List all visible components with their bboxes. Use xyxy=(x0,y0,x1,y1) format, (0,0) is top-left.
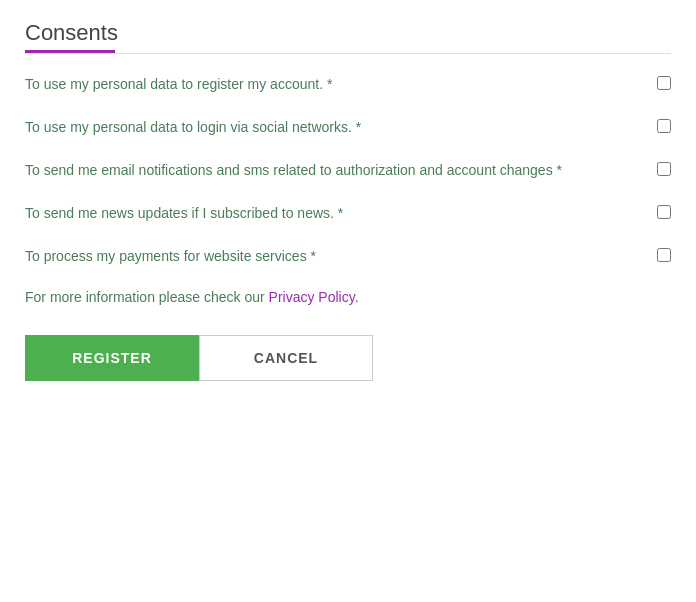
consent-checkbox-4[interactable] xyxy=(657,205,671,219)
consent-item-3: To send me email notifications and sms r… xyxy=(25,160,671,181)
privacy-section: For more information please check our Pr… xyxy=(25,289,671,305)
consent-text-3: To send me email notifications and sms r… xyxy=(25,160,643,181)
consent-text-2: To use my personal data to login via soc… xyxy=(25,117,643,138)
consent-checkbox-3[interactable] xyxy=(657,162,671,176)
consent-item-5: To process my payments for website servi… xyxy=(25,246,671,267)
consent-item-2: To use my personal data to login via soc… xyxy=(25,117,671,138)
cancel-button[interactable]: CANCEL xyxy=(199,335,373,381)
consent-text-5: To process my payments for website servi… xyxy=(25,246,643,267)
privacy-text-after: . xyxy=(355,289,359,305)
consent-checkbox-5[interactable] xyxy=(657,248,671,262)
consent-text-4: To send me news updates if I subscribed … xyxy=(25,203,643,224)
buttons-row: REGISTER CANCEL xyxy=(25,335,671,381)
privacy-text-before: For more information please check our xyxy=(25,289,269,305)
consent-checkbox-2[interactable] xyxy=(657,119,671,133)
title-divider xyxy=(25,53,671,54)
consent-item-1: To use my personal data to register my a… xyxy=(25,74,671,95)
consent-item-4: To send me news updates if I subscribed … xyxy=(25,203,671,224)
register-button[interactable]: REGISTER xyxy=(25,335,199,381)
consent-checkbox-1[interactable] xyxy=(657,76,671,90)
consent-text-1: To use my personal data to register my a… xyxy=(25,74,643,95)
privacy-policy-link[interactable]: Privacy Policy xyxy=(269,289,355,305)
consent-list: To use my personal data to register my a… xyxy=(25,74,671,267)
page-title: Consents xyxy=(25,20,671,46)
